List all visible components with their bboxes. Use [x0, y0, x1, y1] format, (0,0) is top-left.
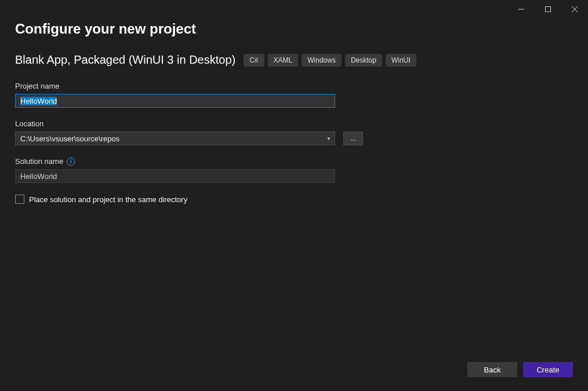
location-value: C:\Users\vsuser\source\repos — [20, 134, 119, 143]
page-title: Configure your new project — [15, 21, 573, 37]
project-name-input[interactable] — [15, 94, 335, 108]
solution-name-label-text: Solution name — [15, 157, 63, 166]
solution-name-label: Solution name i — [15, 157, 573, 166]
tag: Windows — [302, 54, 342, 67]
tag: XAML — [268, 54, 299, 67]
same-directory-checkbox[interactable] — [15, 195, 24, 204]
location-field: Location C:\Users\vsuser\source\repos ▼ … — [15, 119, 573, 145]
project-name-label: Project name — [15, 82, 573, 90]
titlebar — [0, 0, 588, 19]
tag: WinUI — [386, 54, 416, 67]
footer-buttons: Back Create — [467, 362, 573, 377]
chevron-down-icon: ▼ — [326, 136, 331, 141]
tag: C# — [244, 54, 264, 67]
window-controls — [508, 0, 588, 19]
close-button[interactable] — [561, 0, 588, 19]
create-button[interactable]: Create — [523, 362, 573, 377]
main-content: Configure your new project Blank App, Pa… — [0, 19, 588, 204]
tag-list: C# XAML Windows Desktop WinUI — [244, 54, 416, 67]
location-combobox[interactable]: C:\Users\vsuser\source\repos ▼ — [15, 131, 335, 145]
info-icon[interactable]: i — [67, 158, 75, 166]
template-header: Blank App, Packaged (WinUI 3 in Desktop)… — [15, 53, 573, 67]
solution-name-field: Solution name i — [15, 157, 573, 183]
same-directory-row: Place solution and project in the same d… — [15, 195, 573, 204]
project-name-field: Project name — [15, 82, 573, 108]
location-label: Location — [15, 119, 573, 128]
template-name: Blank App, Packaged (WinUI 3 in Desktop) — [15, 53, 235, 67]
maximize-button[interactable] — [535, 0, 561, 19]
solution-name-input[interactable] — [15, 169, 335, 183]
tag: Desktop — [345, 54, 382, 67]
back-button[interactable]: Back — [467, 362, 517, 377]
svg-rect-1 — [546, 7, 551, 12]
minimize-button[interactable] — [508, 0, 535, 19]
same-directory-label: Place solution and project in the same d… — [29, 195, 187, 204]
browse-button[interactable]: ... — [343, 131, 363, 145]
